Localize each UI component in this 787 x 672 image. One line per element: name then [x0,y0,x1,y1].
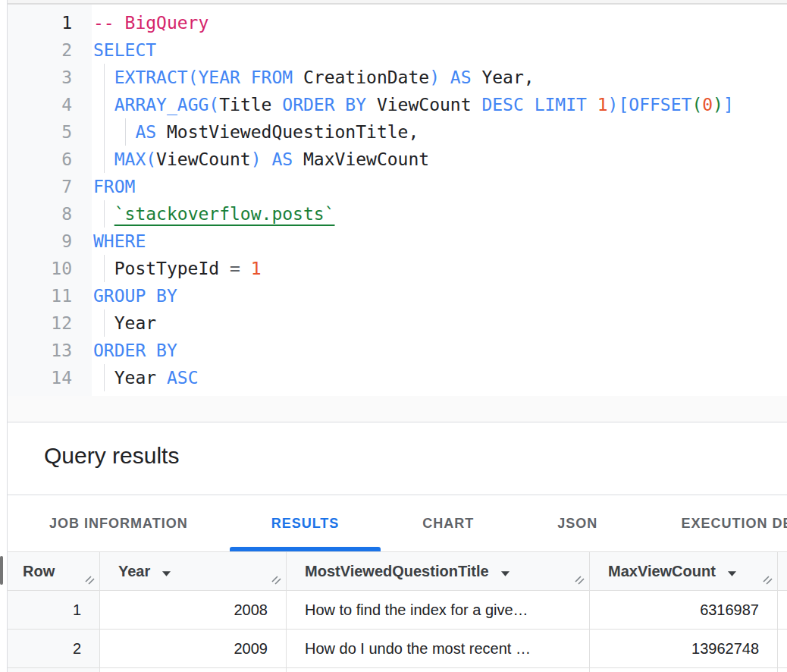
indent-guide [104,200,105,228]
code-line[interactable]: Year ASC [93,364,787,391]
code-line[interactable]: PostTypeId = 1 [93,255,787,282]
code-token: PostTypeId [93,259,230,278]
code-token: ORDER BY [93,341,177,360]
code-token: 1 [597,95,608,115]
query-results-title: Query results [8,422,787,469]
query-results-header: Query results [8,422,787,495]
code-token [240,259,251,278]
code-line[interactable]: SELECT [93,36,787,64]
cell-partial [100,668,287,672]
code-token: ORDER BY [282,95,366,115]
indent-guide [104,255,105,282]
code-token: AS [450,68,472,87]
column-header-label: MaxViewCount [608,563,716,580]
column-header-label: Year [118,563,150,580]
code-token: Year [93,313,156,333]
indent-guide [125,118,126,146]
editor-bottom-spacer [8,396,787,422]
code-token: EXTRACT(YEAR FROM [114,68,293,87]
code-token: Title [219,95,282,115]
code-token: )[ [608,95,629,115]
tab-job-information[interactable]: JOB INFORMATION [8,495,230,551]
cell-row-number: 2 [8,630,100,667]
code-line[interactable]: EXTRACT(YEAR FROM CreationDate) AS Year, [93,64,787,91]
code-token: 0 [702,95,713,115]
results-tab-bar: JOB INFORMATIONRESULTSCHARTJSONEXECUTION… [8,495,787,551]
code-token: MostViewedQuestionTitle, [156,122,419,142]
code-token: ViewCount [366,95,481,115]
code-token: ] [723,95,734,115]
code-line[interactable]: FROM [93,173,787,200]
column-resize-icon[interactable] [762,572,775,589]
cell-max-view-count: 6316987 [590,591,778,629]
code-token [262,149,272,169]
line-number: 12 [8,309,92,337]
scrollbar-thumb[interactable] [0,556,3,585]
line-number: 13 [8,337,92,364]
code-token: FROM [93,177,135,196]
code-token: ) [251,149,262,169]
table-reference-link[interactable]: `stackoverflow.posts` [114,204,335,224]
tab-label: JSON [557,516,597,532]
results-table: RowYearMostViewedQuestionTitleMaxViewCou… [8,551,787,672]
tab-execution-details[interactable]: EXECUTION DETAILS [639,495,787,551]
sort-dropdown-icon[interactable] [728,563,736,580]
code-token: ( [691,95,702,115]
line-number: 14 [8,364,92,391]
line-number: 3 [8,64,92,91]
code-line[interactable]: ORDER BY [93,337,787,364]
code-token [587,95,597,115]
column-header-mostviewedquestiontitle: MostViewedQuestionTitle [287,552,590,590]
line-number: 4 [8,91,92,118]
row-filler [778,630,787,667]
code-token: DESC LIMIT [481,95,586,115]
column-resize-icon[interactable] [271,572,284,589]
code-token [440,68,450,87]
cell-partial [8,668,100,672]
code-token: ASC [167,368,199,388]
code-token: ) [713,95,723,115]
indent-guide [104,118,105,146]
code-token: 1 [251,259,262,278]
sql-editor[interactable]: 1234567891011121314 -- BigQuerySELECT EX… [8,5,787,396]
column-header-label: Row [23,563,55,580]
bigquery-panel: 1234567891011121314 -- BigQuerySELECT EX… [8,0,787,672]
row-filler [778,668,787,672]
tab-json[interactable]: JSON [516,495,639,551]
tab-results[interactable]: RESULTS [230,495,381,551]
code-line[interactable]: GROUP BY [93,282,787,309]
code-token: AS [135,122,156,142]
tab-chart[interactable]: CHART [381,495,516,551]
line-number: 11 [8,282,92,309]
table-header-row: RowYearMostViewedQuestionTitleMaxViewCou… [8,552,787,591]
code-token: OFFSET [629,95,691,115]
indent-guide [104,64,105,91]
code-line[interactable]: -- BigQuery [93,9,787,36]
table-row: 12008How to find the index for a give…63… [8,591,787,630]
code-area[interactable]: -- BigQuerySELECT EXTRACT(YEAR FROM Crea… [92,5,787,396]
column-header-row: Row [8,552,100,590]
code-token: SELECT [93,40,156,60]
sort-dropdown-icon[interactable] [501,563,510,580]
code-line[interactable]: Year [93,309,787,337]
column-header-label: MostViewedQuestionTitle [305,563,489,580]
column-header-maxviewcount: MaxViewCount [590,552,778,590]
code-token: GROUP BY [93,286,177,306]
tab-label: JOB INFORMATION [49,516,188,532]
cell-title: How to find the index for a give… [287,591,590,629]
column-resize-icon[interactable] [84,572,97,589]
code-line[interactable]: `stackoverflow.posts` [93,200,787,228]
line-number: 6 [8,146,92,173]
code-token: MAX( [114,149,156,169]
cell-partial [287,668,590,672]
code-token: WHERE [93,231,146,251]
code-line[interactable]: MAX(ViewCount) AS MaxViewCount [93,146,787,173]
code-token: ARRAY_AGG( [114,95,219,115]
column-resize-icon[interactable] [574,572,587,589]
cell-partial [590,668,778,672]
code-line[interactable]: AS MostViewedQuestionTitle, [93,118,787,146]
cell-max-view-count: 13962748 [590,630,778,667]
code-line[interactable]: WHERE [93,228,787,255]
code-line[interactable]: ARRAY_AGG(Title ORDER BY ViewCount DESC … [93,91,787,118]
sort-dropdown-icon[interactable] [162,563,171,580]
